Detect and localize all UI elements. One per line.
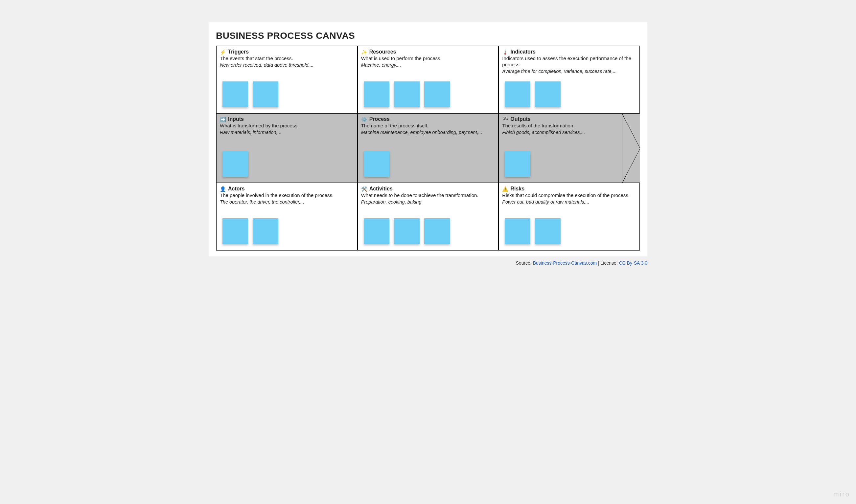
cell-example: Average time for completion, variance, s… (502, 69, 636, 74)
cell-example: Power cut, bad quality of raw materials,… (502, 199, 636, 204)
cell-risks[interactable]: ⚠️ Risks Risks that could compromise the… (499, 183, 640, 250)
cell-desc: Risks that could compromise the executio… (502, 193, 636, 199)
sticky-note[interactable] (424, 218, 450, 244)
cell-name: Triggers (228, 49, 249, 55)
sticky-note[interactable] (394, 82, 420, 107)
sticky-note[interactable] (424, 82, 450, 107)
sticky-row (364, 151, 389, 177)
arrow-right-icon: ➡️ (220, 117, 226, 122)
sticky-note[interactable] (505, 82, 530, 107)
canvas-title: BUSINESS PROCESS CANVAS (216, 31, 640, 41)
sticky-row (505, 82, 561, 107)
sticky-row (505, 151, 530, 177)
cell-example: Raw materials, information,... (220, 130, 354, 135)
separator: | License: (597, 260, 619, 266)
sticky-row (223, 151, 248, 177)
sticky-note[interactable] (223, 151, 248, 177)
sticky-note[interactable] (535, 218, 561, 244)
cell-activities[interactable]: 🛠️ Activities What needs to be done to a… (357, 183, 499, 250)
sticky-row (223, 218, 278, 244)
tools-icon: 🛠️ (361, 186, 367, 192)
cell-desc: Indicators used to assess the execution … (502, 55, 636, 68)
cell-name: Risks (510, 186, 524, 192)
sticky-note[interactable] (535, 82, 561, 107)
cell-inputs[interactable]: ➡️ Inputs What is transformed by the pro… (216, 113, 357, 183)
zap-icon: ⚡ (220, 50, 226, 54)
cell-name: Indicators (510, 49, 535, 55)
sticky-note[interactable] (394, 218, 420, 244)
person-icon: 👤 (220, 186, 226, 192)
sticky-note[interactable] (253, 218, 278, 244)
sticky-note[interactable] (223, 218, 248, 244)
cell-name: Inputs (228, 116, 244, 122)
cell-outputs[interactable]: 🏁 Outputs The results of the transformat… (499, 113, 640, 183)
cell-name: Process (369, 116, 390, 122)
sticky-row (364, 218, 450, 244)
sticky-row (223, 82, 278, 107)
cell-example: Finish goods, accomplished services,... (502, 130, 636, 135)
gear-icon: ⚙️ (361, 117, 367, 122)
cell-indicators[interactable]: 🌡️ Indicators Indicators used to assess … (499, 46, 640, 113)
cell-desc: The people involved in the execution of … (220, 193, 354, 199)
cell-desc: What is used to perform the process. (361, 55, 495, 62)
cell-desc: What is transformed by the process. (220, 123, 354, 129)
attribution-footer: Source: Business-Process-Canvas.com | Li… (209, 260, 647, 266)
sticky-note[interactable] (223, 82, 248, 107)
sticky-row (364, 82, 450, 107)
source-link[interactable]: Business-Process-Canvas.com (533, 260, 597, 266)
cell-desc: The events that start the process. (220, 55, 354, 62)
license-link[interactable]: CC By-SA 3.0 (619, 260, 647, 266)
sparkle-icon: ✨ (361, 50, 367, 54)
cell-name: Outputs (510, 116, 530, 122)
cell-desc: The name of the process itself. (361, 123, 495, 129)
cell-name: Actors (228, 186, 245, 192)
cell-process[interactable]: ⚙️ Process The name of the process itsel… (357, 113, 499, 183)
canvas-frame: BUSINESS PROCESS CANVAS ⚡ Triggers The e… (209, 22, 647, 256)
sticky-note[interactable] (364, 151, 389, 177)
cell-example: Preparation, cooking, baking (361, 199, 495, 204)
cell-name: Activities (369, 186, 393, 192)
cell-name: Resources (369, 49, 396, 55)
cell-actors[interactable]: 👤 Actors The people involved in the exec… (216, 183, 357, 250)
flag-icon: 🏁 (502, 117, 508, 122)
thermometer-icon: 🌡️ (502, 50, 508, 54)
cell-desc: What needs to be done to achieve the tra… (361, 193, 495, 199)
cell-triggers[interactable]: ⚡ Triggers The events that start the pro… (216, 46, 357, 113)
sticky-note[interactable] (505, 218, 530, 244)
canvas-grid: ⚡ Triggers The events that start the pro… (216, 46, 640, 251)
warning-icon: ⚠️ (502, 186, 508, 192)
sticky-row (505, 218, 561, 244)
sticky-note[interactable] (364, 218, 389, 244)
sticky-note[interactable] (253, 82, 278, 107)
cell-example: The operator, the driver, the controller… (220, 199, 354, 204)
cell-desc: The results of the transformation. (502, 123, 636, 129)
cell-example: New order received, data above threshold… (220, 62, 354, 68)
cell-example: Machine, energy,... (361, 62, 495, 68)
source-label: Source: (516, 260, 533, 266)
cell-example: Machine maintenance, employee onboarding… (361, 130, 495, 135)
sticky-note[interactable] (505, 151, 530, 177)
miro-logo: miro (833, 490, 850, 498)
sticky-note[interactable] (364, 82, 389, 107)
cell-resources[interactable]: ✨ Resources What is used to perform the … (357, 46, 499, 113)
